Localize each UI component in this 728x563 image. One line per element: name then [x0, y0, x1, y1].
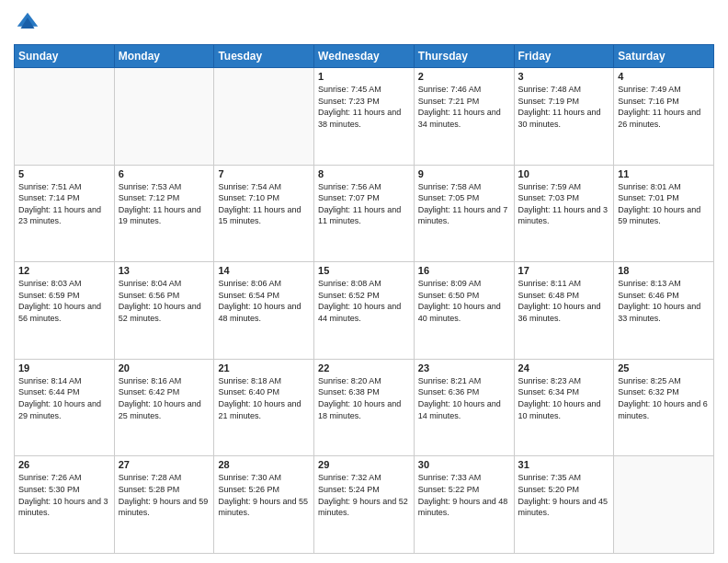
day-number: 23 — [418, 362, 510, 373]
table-row: 10Sunrise: 7:59 AM Sunset: 7:03 PM Dayli… — [514, 165, 614, 262]
day-info: Sunrise: 8:16 AM Sunset: 6:42 PM Dayligh… — [119, 375, 210, 421]
day-number: 27 — [119, 459, 210, 470]
table-row: 21Sunrise: 8:18 AM Sunset: 6:40 PM Dayli… — [214, 359, 314, 456]
table-row — [15, 68, 115, 166]
table-row: 1Sunrise: 7:45 AM Sunset: 7:23 PM Daylig… — [314, 68, 415, 166]
day-info: Sunrise: 7:53 AM Sunset: 7:12 PM Dayligh… — [119, 181, 210, 227]
day-number: 3 — [518, 71, 610, 82]
day-info: Sunrise: 8:23 AM Sunset: 6:34 PM Dayligh… — [518, 375, 610, 421]
day-number: 13 — [119, 265, 210, 276]
day-info: Sunrise: 8:01 AM Sunset: 7:01 PM Dayligh… — [618, 181, 710, 227]
table-row: 25Sunrise: 8:25 AM Sunset: 6:32 PM Dayli… — [614, 359, 714, 456]
day-number: 7 — [218, 168, 310, 179]
day-info: Sunrise: 8:04 AM Sunset: 6:56 PM Dayligh… — [119, 278, 210, 324]
day-info: Sunrise: 7:35 AM Sunset: 5:20 PM Dayligh… — [518, 472, 610, 518]
col-sunday: Sunday — [15, 45, 115, 68]
table-row: 24Sunrise: 8:23 AM Sunset: 6:34 PM Dayli… — [514, 359, 614, 456]
col-monday: Monday — [114, 45, 214, 68]
table-row: 28Sunrise: 7:30 AM Sunset: 5:26 PM Dayli… — [214, 456, 314, 554]
calendar-week-row: 19Sunrise: 8:14 AM Sunset: 6:44 PM Dayli… — [15, 359, 714, 456]
day-number: 2 — [418, 71, 510, 82]
calendar-header-row: Sunday Monday Tuesday Wednesday Thursday… — [15, 45, 714, 68]
table-row: 7Sunrise: 7:54 AM Sunset: 7:10 PM Daylig… — [214, 165, 314, 262]
day-info: Sunrise: 7:45 AM Sunset: 7:23 PM Dayligh… — [318, 84, 410, 130]
table-row: 31Sunrise: 7:35 AM Sunset: 5:20 PM Dayli… — [514, 456, 614, 554]
table-row: 26Sunrise: 7:26 AM Sunset: 5:30 PM Dayli… — [15, 456, 115, 554]
day-number: 22 — [318, 362, 410, 373]
day-number: 20 — [119, 362, 210, 373]
table-row: 6Sunrise: 7:53 AM Sunset: 7:12 PM Daylig… — [114, 165, 214, 262]
day-info: Sunrise: 7:26 AM Sunset: 5:30 PM Dayligh… — [18, 472, 110, 518]
day-info: Sunrise: 8:14 AM Sunset: 6:44 PM Dayligh… — [18, 375, 110, 421]
table-row — [614, 456, 714, 554]
table-row: 15Sunrise: 8:08 AM Sunset: 6:52 PM Dayli… — [314, 262, 415, 360]
day-number: 5 — [18, 168, 110, 179]
table-row: 16Sunrise: 8:09 AM Sunset: 6:50 PM Dayli… — [414, 262, 514, 360]
day-info: Sunrise: 8:11 AM Sunset: 6:48 PM Dayligh… — [518, 278, 610, 324]
day-number: 15 — [318, 265, 410, 276]
calendar-week-row: 5Sunrise: 7:51 AM Sunset: 7:14 PM Daylig… — [15, 165, 714, 262]
table-row — [114, 68, 214, 166]
table-row: 8Sunrise: 7:56 AM Sunset: 7:07 PM Daylig… — [314, 165, 415, 262]
day-number: 14 — [218, 265, 310, 276]
day-number: 21 — [218, 362, 310, 373]
calendar-week-row: 12Sunrise: 8:03 AM Sunset: 6:59 PM Dayli… — [15, 262, 714, 360]
day-info: Sunrise: 8:13 AM Sunset: 6:46 PM Dayligh… — [618, 278, 710, 324]
table-row: 3Sunrise: 7:48 AM Sunset: 7:19 PM Daylig… — [514, 68, 614, 166]
day-number: 25 — [618, 362, 710, 373]
table-row: 20Sunrise: 8:16 AM Sunset: 6:42 PM Dayli… — [114, 359, 214, 456]
calendar-week-row: 26Sunrise: 7:26 AM Sunset: 5:30 PM Dayli… — [15, 456, 714, 554]
day-number: 19 — [18, 362, 110, 373]
table-row: 9Sunrise: 7:58 AM Sunset: 7:05 PM Daylig… — [414, 165, 514, 262]
day-info: Sunrise: 7:56 AM Sunset: 7:07 PM Dayligh… — [318, 181, 410, 227]
table-row: 12Sunrise: 8:03 AM Sunset: 6:59 PM Dayli… — [15, 262, 115, 360]
col-friday: Friday — [514, 45, 614, 68]
table-row: 11Sunrise: 8:01 AM Sunset: 7:01 PM Dayli… — [614, 165, 714, 262]
day-info: Sunrise: 7:48 AM Sunset: 7:19 PM Dayligh… — [518, 84, 610, 130]
day-info: Sunrise: 7:33 AM Sunset: 5:22 PM Dayligh… — [418, 472, 510, 518]
table-row: 22Sunrise: 8:20 AM Sunset: 6:38 PM Dayli… — [314, 359, 415, 456]
day-info: Sunrise: 7:30 AM Sunset: 5:26 PM Dayligh… — [218, 472, 310, 518]
day-number: 9 — [418, 168, 510, 179]
day-number: 24 — [518, 362, 610, 373]
day-info: Sunrise: 8:25 AM Sunset: 6:32 PM Dayligh… — [618, 375, 710, 421]
day-info: Sunrise: 8:03 AM Sunset: 6:59 PM Dayligh… — [18, 278, 110, 324]
day-info: Sunrise: 8:08 AM Sunset: 6:52 PM Dayligh… — [318, 278, 410, 324]
day-number: 1 — [318, 71, 410, 82]
day-number: 10 — [518, 168, 610, 179]
calendar-table: Sunday Monday Tuesday Wednesday Thursday… — [14, 44, 714, 554]
day-info: Sunrise: 7:54 AM Sunset: 7:10 PM Dayligh… — [218, 181, 310, 227]
table-row: 29Sunrise: 7:32 AM Sunset: 5:24 PM Dayli… — [314, 456, 415, 554]
table-row: 17Sunrise: 8:11 AM Sunset: 6:48 PM Dayli… — [514, 262, 614, 360]
table-row: 30Sunrise: 7:33 AM Sunset: 5:22 PM Dayli… — [414, 456, 514, 554]
table-row: 27Sunrise: 7:28 AM Sunset: 5:28 PM Dayli… — [114, 456, 214, 554]
table-row — [214, 68, 314, 166]
day-number: 4 — [618, 71, 710, 82]
day-info: Sunrise: 8:18 AM Sunset: 6:40 PM Dayligh… — [218, 375, 310, 421]
day-info: Sunrise: 7:51 AM Sunset: 7:14 PM Dayligh… — [18, 181, 110, 227]
table-row: 13Sunrise: 8:04 AM Sunset: 6:56 PM Dayli… — [114, 262, 214, 360]
day-number: 28 — [218, 459, 310, 470]
logo — [14, 9, 45, 37]
table-row: 18Sunrise: 8:13 AM Sunset: 6:46 PM Dayli… — [614, 262, 714, 360]
day-number: 29 — [318, 459, 410, 470]
day-number: 6 — [119, 168, 210, 179]
table-row: 14Sunrise: 8:06 AM Sunset: 6:54 PM Dayli… — [214, 262, 314, 360]
table-row: 5Sunrise: 7:51 AM Sunset: 7:14 PM Daylig… — [15, 165, 115, 262]
table-row: 19Sunrise: 8:14 AM Sunset: 6:44 PM Dayli… — [15, 359, 115, 456]
day-info: Sunrise: 8:06 AM Sunset: 6:54 PM Dayligh… — [218, 278, 310, 324]
day-number: 30 — [418, 459, 510, 470]
table-row: 2Sunrise: 7:46 AM Sunset: 7:21 PM Daylig… — [414, 68, 514, 166]
page: Sunday Monday Tuesday Wednesday Thursday… — [0, 0, 728, 563]
day-info: Sunrise: 7:46 AM Sunset: 7:21 PM Dayligh… — [418, 84, 510, 130]
col-wednesday: Wednesday — [314, 45, 415, 68]
day-number: 16 — [418, 265, 510, 276]
calendar-week-row: 1Sunrise: 7:45 AM Sunset: 7:23 PM Daylig… — [15, 68, 714, 166]
day-info: Sunrise: 8:09 AM Sunset: 6:50 PM Dayligh… — [418, 278, 510, 324]
day-number: 26 — [18, 459, 110, 470]
col-thursday: Thursday — [414, 45, 514, 68]
day-number: 11 — [618, 168, 710, 179]
day-info: Sunrise: 7:28 AM Sunset: 5:28 PM Dayligh… — [119, 472, 210, 518]
table-row: 4Sunrise: 7:49 AM Sunset: 7:16 PM Daylig… — [614, 68, 714, 166]
day-info: Sunrise: 8:21 AM Sunset: 6:36 PM Dayligh… — [418, 375, 510, 421]
